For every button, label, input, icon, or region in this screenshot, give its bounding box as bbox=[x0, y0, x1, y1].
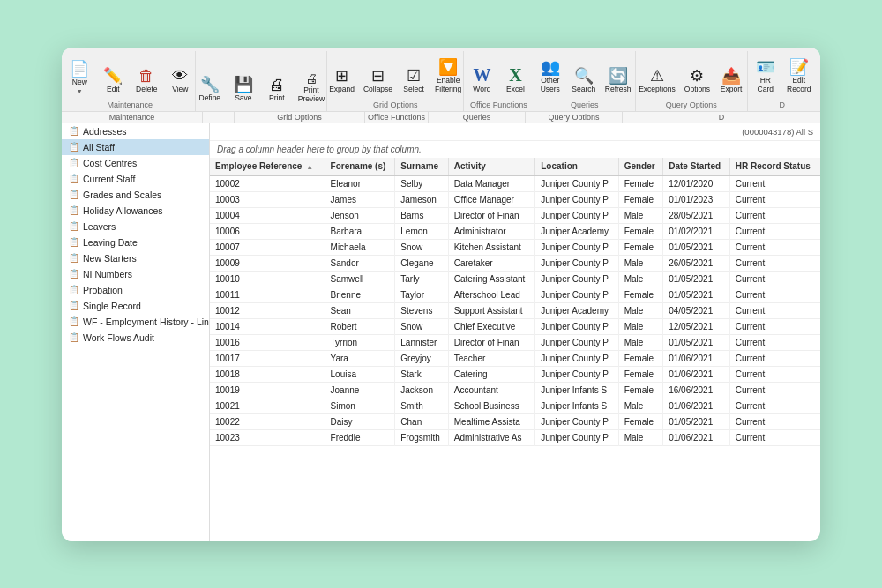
sidebar-item-gradesscales[interactable]: 📋 Grades and Scales bbox=[62, 187, 209, 203]
word-button[interactable]: W Word bbox=[466, 63, 497, 96]
export-button[interactable]: 📤 Export bbox=[715, 65, 747, 96]
sidebar-item-allstaff[interactable]: 📋 All Staff bbox=[62, 139, 209, 155]
sidebar-item-singlerecord[interactable]: 📋 Single Record bbox=[62, 298, 209, 314]
table-row[interactable]: 10014RobertSnowChief ExecutiveJuniper Co… bbox=[210, 318, 820, 334]
edit-button[interactable]: ✏️ Edit bbox=[97, 65, 129, 96]
new-button[interactable]: 📄 New ▼ bbox=[64, 58, 95, 96]
cell-surname: Chan bbox=[395, 413, 448, 429]
cell-activity: Director of Finan bbox=[448, 334, 535, 350]
sidebar-item-leavingdate[interactable]: 📋 Leaving Date bbox=[62, 234, 209, 250]
col-forename[interactable]: Forename (s) bbox=[325, 158, 395, 175]
editrecord-button[interactable]: 📝 EditRecord bbox=[783, 56, 815, 96]
cell-hrrecordstatus: Current bbox=[729, 207, 820, 223]
cell-surname: Snow bbox=[395, 318, 448, 334]
cell-hrrecordstatus: Current bbox=[729, 223, 820, 239]
cell-datestarted: 01/05/2021 bbox=[663, 413, 730, 429]
table-row[interactable]: 10019JoanneJacksonAccountantJuniper Infa… bbox=[210, 382, 820, 398]
table-row[interactable]: 10023FreddieFrogsmithAdministrative AsJu… bbox=[210, 429, 820, 445]
sidebar-item-currentstaff[interactable]: 📋 Current Staff bbox=[62, 171, 209, 187]
sidebar-item-ninumbers[interactable]: 📋 NI Numbers bbox=[62, 266, 209, 282]
cell-location: Juniper County P bbox=[535, 318, 618, 334]
cell-activity: Support Assistant bbox=[448, 302, 535, 318]
col-hrrecordstatus[interactable]: HR Record Status bbox=[729, 158, 820, 175]
cell-activity: Chief Executive bbox=[448, 318, 535, 334]
cell-forename: Eleanor bbox=[325, 175, 395, 192]
cell-hrrecordstatus: Current bbox=[729, 382, 820, 398]
sidebar-item-workflowsaudit[interactable]: 📋 Work Flows Audit bbox=[62, 330, 209, 346]
printpreview-button[interactable]: 🖨 PrintPreview bbox=[295, 71, 328, 105]
table-row[interactable]: 10022DaisyChanMealtime AssistaJuniper Co… bbox=[210, 413, 820, 429]
col-surname[interactable]: Surname bbox=[395, 158, 448, 175]
table-row[interactable]: 10003JamesJamesonOffice ManagerJuniper C… bbox=[210, 191, 820, 207]
record-count: (0000043178) All S bbox=[210, 123, 820, 141]
cell-forename: Simon bbox=[325, 398, 395, 413]
print-icon: 🖨 bbox=[269, 77, 285, 93]
word-icon: W bbox=[473, 66, 490, 84]
staff-table-wrapper[interactable]: Employee Reference ▲ Forename (s) Surnam… bbox=[210, 158, 820, 541]
cell-activity: Kitchen Assistant bbox=[448, 239, 535, 255]
col-empref[interactable]: Employee Reference ▲ bbox=[210, 158, 325, 175]
search-button[interactable]: 🔍 Search bbox=[568, 65, 600, 96]
table-row[interactable]: 10017YaraGreyjoyTeacherJuniper County PF… bbox=[210, 350, 820, 366]
col-datestarted[interactable]: Date Started bbox=[663, 158, 730, 175]
filter-icon: 🔽 bbox=[438, 59, 458, 75]
exceptions-icon: ⚠ bbox=[650, 68, 664, 84]
queryoptions-bar-label: Query Options bbox=[526, 112, 623, 123]
col-location[interactable]: Location bbox=[535, 158, 618, 175]
exceptions-button[interactable]: ⚠ Exceptions bbox=[635, 65, 679, 96]
cell-surname: Lannister bbox=[395, 334, 448, 350]
cell-location: Juniper County P bbox=[535, 239, 618, 255]
cell-hrrecordstatus: Current bbox=[729, 366, 820, 382]
define-button[interactable]: 🔧 Define bbox=[194, 74, 226, 105]
sidebar-item-holidayallowances[interactable]: 📋 Holiday Allowances bbox=[62, 203, 209, 219]
table-row[interactable]: 10004JensonBarnsDirector of FinanJuniper… bbox=[210, 207, 820, 223]
table-row[interactable]: 10007MichaelaSnowKitchen AssistantJunipe… bbox=[210, 239, 820, 255]
cell-location: Juniper County P bbox=[535, 175, 618, 192]
cell-gender: Female bbox=[618, 175, 663, 192]
otherusers-button[interactable]: 👥 OtherUsers bbox=[534, 56, 566, 96]
table-row[interactable]: 10021SimonSmithSchool BusinessJuniper In… bbox=[210, 398, 820, 413]
cell-hrrecordstatus: Current bbox=[729, 191, 820, 207]
collapse-button[interactable]: ⊟ Collapse bbox=[360, 65, 396, 96]
expand-button[interactable]: ⊞ Expand bbox=[325, 65, 358, 96]
refresh-button[interactable]: 🔄 Refresh bbox=[602, 65, 635, 96]
sidebar-icon-singlerecord: 📋 bbox=[69, 301, 79, 310]
sidebar-item-leavers[interactable]: 📋 Leavers bbox=[62, 219, 209, 234]
sidebar-item-newstarters[interactable]: 📋 New Starters bbox=[62, 250, 209, 266]
cell-gender: Male bbox=[618, 255, 663, 271]
col-gender[interactable]: Gender bbox=[618, 158, 663, 175]
cell-empref: 10022 bbox=[210, 413, 325, 429]
queryoptions-label: Query Options bbox=[666, 100, 717, 111]
cell-hrrecordstatus: Current bbox=[729, 318, 820, 334]
sidebar-item-wf-emphistory[interactable]: 📋 WF - Employment History - Line Manager… bbox=[62, 314, 209, 330]
sidebar-item-addresses[interactable]: 📋 Addresses bbox=[62, 123, 209, 139]
cell-hrrecordstatus: Current bbox=[729, 398, 820, 413]
cell-gender: Female bbox=[618, 350, 663, 366]
table-row[interactable]: 10016TyrrionLannisterDirector of FinanJu… bbox=[210, 334, 820, 350]
sidebar-icon-gradesscales: 📋 bbox=[69, 190, 79, 199]
table-row[interactable]: 10011BrienneTaylorAfterschool LeadJunipe… bbox=[210, 287, 820, 302]
filter-button[interactable]: 🔽 EnableFiltering bbox=[431, 56, 465, 96]
cell-empref: 10018 bbox=[210, 366, 325, 382]
table-row[interactable]: 10009SandorCleganeCaretakerJuniper Count… bbox=[210, 255, 820, 271]
delete-button[interactable]: 🗑 Delete bbox=[131, 65, 162, 96]
table-row[interactable]: 10002EleanorSelbyData ManagerJuniper Cou… bbox=[210, 175, 820, 192]
cell-empref: 10016 bbox=[210, 334, 325, 350]
select-button[interactable]: ☑ Select bbox=[398, 65, 430, 96]
hrcard-button[interactable]: 🪪 HRCard bbox=[750, 56, 781, 96]
view-button[interactable]: 👁 View bbox=[164, 65, 196, 96]
sidebar-item-costcentres[interactable]: 📋 Cost Centres bbox=[62, 155, 209, 171]
options-button[interactable]: ⚙ Options bbox=[681, 65, 714, 96]
excel-button[interactable]: X Excel bbox=[499, 63, 531, 96]
table-row[interactable]: 10012SeanStevensSupport AssistantJuniper… bbox=[210, 302, 820, 318]
col-activity[interactable]: Activity bbox=[448, 158, 535, 175]
ribbon-body: 📄 New ▼ ✏️ Edit 🗑 Delete 👁 View bbox=[62, 48, 820, 111]
save-button[interactable]: 💾 Save bbox=[228, 74, 259, 105]
print-button[interactable]: 🖨 Print bbox=[261, 74, 293, 105]
sidebar: 📋 Addresses 📋 All Staff 📋 Cost Centres 📋… bbox=[62, 123, 210, 541]
table-row[interactable]: 10006BarbaraLemonAdministratorJuniper Ac… bbox=[210, 223, 820, 239]
otherusers-icon: 👥 bbox=[541, 59, 560, 75]
table-row[interactable]: 10010SamwellTarlyCatering AssistantJunip… bbox=[210, 271, 820, 287]
sidebar-item-probation[interactable]: 📋 Probation bbox=[62, 282, 209, 298]
table-row[interactable]: 10018LouisaStarkCateringJuniper County P… bbox=[210, 366, 820, 382]
